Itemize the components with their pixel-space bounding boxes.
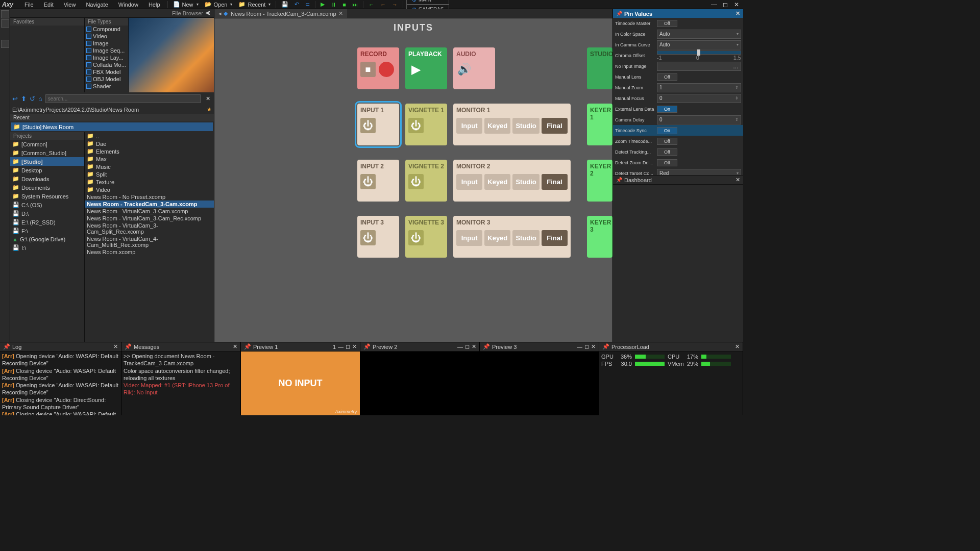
redo-icon[interactable]: ⊂ [302,0,313,9]
filetype-item[interactable]: Compound [85,26,128,33]
card-playback[interactable]: PLAYBACK▶ [405,47,447,89]
card-keyer[interactable]: KEYER 1 [587,104,612,145]
file-item[interactable]: 📁Dae [85,140,214,147]
toggle[interactable]: On [657,127,677,134]
number-input[interactable]: 1 [657,83,741,92]
monitor-btn-keyed[interactable]: Keyed [484,118,510,134]
card-record[interactable]: RECORD■ [357,47,399,89]
toggle[interactable]: Off [657,20,677,27]
dropdown[interactable]: Auto [657,30,741,39]
play-icon[interactable]: ▶ [408,62,424,77]
document-tab[interactable]: ◂ ◆ News Room - TrackedCam_3-Cam.xcomp ✕ [214,9,347,18]
card-monitor[interactable]: MONITOR 2InputKeyedStudioFinal [453,160,571,202]
recent-button[interactable]: 📁Recent [235,0,274,9]
menu-window[interactable]: Window [113,1,143,9]
monitor-btn-final[interactable]: Final [542,230,568,246]
file-item[interactable]: News Room - VirtualCam_3-Cam_Rec.xcomp [85,215,214,222]
skip-icon[interactable]: ⏭ [349,1,361,9]
favorite-star-icon[interactable]: ★ [207,106,212,113]
project-item[interactable]: 📁[Common] [10,140,84,148]
filetype-item[interactable]: Collada Mo... [85,61,128,68]
project-item[interactable]: 💾E:\ (R2_SSD) [10,218,84,227]
nav-refresh-icon[interactable]: ↺ [30,95,35,103]
file-item[interactable]: News Room - VirtualCam_3-Cam.xcomp [85,208,214,215]
project-item[interactable]: 📁Documents [10,183,84,192]
file-item[interactable]: 📁.. [85,132,214,140]
text-input[interactable]: … [657,62,741,71]
fwd-icon[interactable]: ← [377,1,389,9]
monitor-btn-studio[interactable]: Studio [512,118,539,134]
tool-btn[interactable] [1,10,9,18]
toggle[interactable]: Off [657,159,677,166]
project-item[interactable]: 📁[Studio] [10,157,84,166]
project-item[interactable]: 💾F:\ [10,227,84,235]
back-icon[interactable]: ← [365,1,377,9]
file-item[interactable]: News Room.xcomp [85,248,214,256]
toggle[interactable]: On [657,106,677,113]
file-item[interactable]: 📁Split [85,170,214,178]
card-monitor[interactable]: MONITOR 1InputKeyedStudioFinal [453,104,571,145]
menu-edit[interactable]: Edit [39,1,59,9]
open-button[interactable]: 📂Open [202,0,236,9]
menu-navigate[interactable]: Navigate [81,1,113,9]
toggle[interactable]: Off [657,138,677,145]
nav-back-icon[interactable]: ↩ [12,95,18,103]
panel-close-icon[interactable]: ✕ [352,343,357,350]
project-item[interactable]: 💾D:\ [10,209,84,218]
power-icon[interactable]: ⏻ [408,118,424,133]
panel-close-icon[interactable]: ✕ [591,343,596,350]
power-icon[interactable]: ⏻ [360,230,376,245]
card-vignette[interactable]: VIGNETTE 2⏻ [405,160,447,202]
stop-icon[interactable]: ■ [360,62,376,77]
record-icon[interactable] [379,62,394,77]
file-item[interactable]: News Room - TrackedCam_3-Cam.xcomp [85,201,214,208]
nav-home-icon[interactable]: ⌂ [38,95,42,103]
close-icon[interactable]: ✕ [732,1,741,8]
card-vignette[interactable]: VIGNETTE 1⏻ [405,104,447,145]
panel-close-icon[interactable]: ✕ [472,343,476,350]
tab-close-icon[interactable]: ✕ [338,10,343,17]
minimize-icon[interactable]: — [709,1,719,8]
project-item[interactable]: 📁Downloads [10,174,84,183]
fwd2-icon[interactable]: → [389,1,401,9]
monitor-btn-final[interactable]: Final [542,174,568,190]
power-icon[interactable]: ⏻ [360,174,376,189]
card-input[interactable]: INPUT 1⏻ [357,104,399,145]
monitor-btn-input[interactable]: Input [456,118,482,134]
power-icon[interactable]: ⏻ [408,174,424,189]
card-vignette[interactable]: VIGNETTE 3⏻ [405,216,447,258]
menu-help[interactable]: Help [143,1,165,9]
filetype-item[interactable]: Shader [85,83,128,90]
slider[interactable] [657,51,741,55]
file-item[interactable]: News Room - VirtualCam_4-Cam_MultiB_Rec.… [85,235,214,248]
menu-file[interactable]: File [19,1,39,9]
project-item[interactable]: 📁[Common_Studio] [10,148,84,157]
project-item[interactable]: 💾C:\ (OS) [10,201,84,209]
panel-close-icon[interactable]: ✕ [233,343,237,350]
project-item[interactable]: 📁Desktop [10,166,84,174]
file-item[interactable]: News Room - VirtualCam_3-Cam_Split_Rec.x… [85,222,214,235]
undo-icon[interactable]: ↶ [291,0,302,9]
file-item[interactable]: 📁Texture [85,178,214,186]
monitor-btn-input[interactable]: Input [456,230,482,246]
recent-item[interactable]: 📁[Studio]:News Room [11,122,213,131]
stop-icon[interactable]: ■ [339,1,349,9]
search-input[interactable] [45,94,201,103]
panel-close-icon[interactable]: ✕ [736,10,740,17]
file-item[interactable]: 📁Max [85,155,214,163]
panel-close-icon[interactable]: ✕ [113,343,118,350]
filetype-item[interactable]: Image [85,40,128,47]
file-item[interactable]: News Room - No Preset.xcomp [85,193,214,201]
power-icon[interactable]: ⏻ [408,230,424,245]
filetype-item[interactable]: Image Lay... [85,54,128,61]
tab-nav-icon[interactable]: ◂ [218,10,222,17]
maximize-icon[interactable]: ◻ [721,1,730,8]
toggle[interactable]: Off [657,148,677,156]
monitor-btn-studio[interactable]: Studio [512,174,539,190]
dropdown[interactable]: Auto [657,40,741,49]
play-icon[interactable]: ▶ [317,0,328,9]
project-item[interactable]: 💾I:\ [10,243,84,252]
dropdown[interactable]: Red [657,169,741,176]
card-studio[interactable]: STUDIO [587,47,612,89]
card-monitor[interactable]: MONITOR 3InputKeyedStudioFinal [453,216,571,258]
